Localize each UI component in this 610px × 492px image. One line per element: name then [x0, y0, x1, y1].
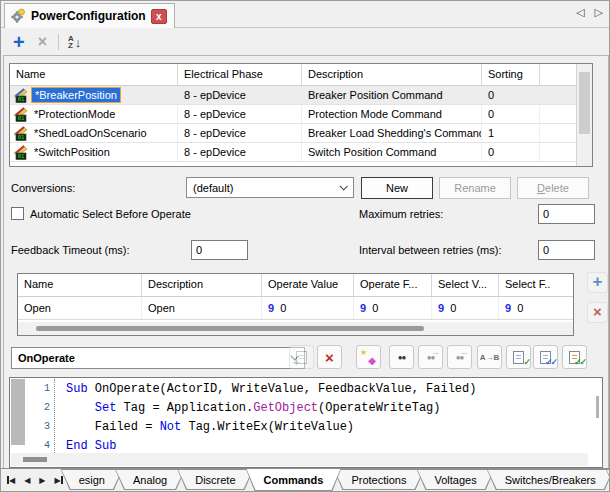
sort-button[interactable]: A Z ↓	[68, 35, 81, 50]
check-all-scripts-button[interactable]: ✓✓	[533, 345, 558, 369]
sort-z-glyph: Z	[68, 42, 74, 49]
values-header-select-feedback[interactable]: Select F..	[499, 274, 573, 296]
delete-script-icon: ×	[325, 349, 334, 366]
tab-scroll-right-button[interactable]: ▷	[595, 6, 603, 19]
sort-arrow-icon: ↓	[75, 35, 82, 50]
horizontal-scrollbar[interactable]	[18, 322, 573, 335]
tag-icon: 01	[12, 87, 29, 103]
numeric-type-icon: 9	[505, 302, 511, 314]
sheet-tab-switches-breakers[interactable]: Switches/Breakers	[487, 469, 610, 490]
close-icon[interactable]: x	[151, 9, 167, 24]
feedback-timeout-input[interactable]	[191, 240, 248, 260]
code-line: End Sub	[66, 439, 116, 453]
new-conversion-button[interactable]: New	[361, 177, 433, 199]
editor-vertical-scrollbar[interactable]	[596, 396, 599, 418]
check-script-icon	[513, 351, 524, 364]
script-editor[interactable]: 1 2 3 4 Sub OnOperate(ActorID, WriteValu…	[9, 377, 603, 468]
sheet-tab-protections[interactable]: Protections	[333, 469, 424, 490]
next-sheet-button[interactable]: ▶	[39, 476, 45, 485]
conversions-value: (default)	[193, 182, 233, 194]
interval-retries-input[interactable]	[538, 240, 595, 260]
column-header-sorting[interactable]: Sorting	[482, 64, 540, 85]
find-previous-button[interactable]: ●● ←	[447, 345, 472, 369]
table-row[interactable]: 01*BreakerPosition8 - epDeviceBreaker Po…	[10, 86, 592, 105]
table-row[interactable]: 01*ShedLoadOnScenario8 - epDeviceBreaker…	[10, 124, 592, 143]
feedback-timeout-label: Feedback Timeout (ms):	[11, 244, 130, 256]
last-sheet-button[interactable]: ▶	[54, 476, 62, 485]
find-button[interactable]: ●●	[389, 345, 414, 369]
auto-select-checkbox[interactable]	[11, 207, 24, 220]
column-header-name[interactable]: Name	[10, 64, 178, 85]
add-command-button[interactable]: +	[13, 33, 25, 51]
code-line: Failed = Not Tag.WriteEx(WriteValue)	[66, 420, 354, 434]
sheet-tab-design[interactable]: esign	[61, 469, 123, 490]
sheet-tab-discrete[interactable]: Discrete	[177, 469, 253, 490]
delete-script-button[interactable]: ×	[317, 345, 342, 369]
document-tab-strip: PowerConfiguration x ◁ ▷	[1, 1, 609, 28]
svg-text:01: 01	[18, 134, 25, 140]
line-number: 3	[26, 421, 50, 432]
sheet-tab-voltages[interactable]: Voltages	[416, 469, 494, 490]
svg-text:01: 01	[18, 96, 25, 102]
max-retries-label: Maximum retries:	[359, 208, 443, 220]
conversions-select[interactable]: (default)	[186, 177, 354, 198]
rename-conversion-button[interactable]: Rename	[439, 177, 511, 199]
values-header-operate-feedback[interactable]: Operate F...	[354, 274, 432, 296]
toolbar-separator	[58, 34, 59, 50]
max-retries-input[interactable]	[538, 204, 595, 224]
numeric-type-icon: 9	[438, 302, 444, 314]
numeric-type-icon: 9	[268, 302, 274, 314]
chevron-down-icon	[339, 182, 347, 190]
table-row[interactable]: 01*SwitchPosition8 - epDeviceSwitch Posi…	[10, 143, 592, 162]
document-tab[interactable]: PowerConfiguration x	[4, 3, 175, 28]
values-header-description[interactable]: Description	[142, 274, 262, 296]
line-number: 2	[26, 402, 50, 413]
new-script-button[interactable]: +	[289, 345, 314, 369]
replace-button[interactable]: A→B	[477, 345, 502, 369]
values-header-select-value[interactable]: Select V...	[432, 274, 499, 296]
editor-margin	[11, 379, 25, 445]
power-configuration-window: PowerConfiguration x ◁ ▷ + × A Z ↓ Name …	[0, 0, 610, 492]
tag-icon: 01	[12, 106, 29, 122]
next-arrow-icon: →	[431, 347, 440, 357]
values-header-name[interactable]: Name	[18, 274, 142, 296]
appbrowser-icon: ★	[360, 348, 367, 357]
conversions-label: Conversions:	[11, 182, 75, 194]
add-value-button[interactable]: +	[587, 272, 608, 293]
editor-horizontal-scrollbar[interactable]	[11, 453, 588, 466]
delete-command-button[interactable]: ×	[38, 33, 47, 51]
sheet-tab-bar: ◀ ◀ ▶ ▶ esign Analog Discrete Commands P…	[1, 468, 609, 491]
value-row[interactable]: Open Open 90 90 90 90	[18, 297, 573, 320]
vertical-scrollbar[interactable]	[576, 64, 592, 166]
line-number: 1	[26, 383, 50, 394]
sheet-tab-commands[interactable]: Commands	[246, 468, 342, 491]
sheet-tab-analog[interactable]: Analog	[115, 469, 185, 490]
column-header-electrical-phase[interactable]: Electrical Phase	[178, 64, 302, 85]
column-header-description[interactable]: Description	[302, 64, 482, 85]
command-values-table: Name Description Operate Value Operate F…	[17, 273, 574, 336]
code-line: Set Tag = Application.GetObject(OperateW…	[66, 401, 440, 415]
tag-icon: 01	[12, 125, 29, 141]
event-select[interactable]: OnOperate	[11, 347, 305, 369]
replace-icon: A→B	[480, 353, 500, 362]
prev-arrow-icon: ←	[460, 347, 469, 357]
table-row[interactable]: 01*ProtectionMode8 - epDeviceProtection …	[10, 105, 592, 124]
power-config-icon	[10, 8, 26, 24]
values-header-operate-value[interactable]: Operate Value	[262, 274, 354, 296]
check-project-button[interactable]: ✓✓	[562, 345, 587, 369]
svg-text:01: 01	[18, 153, 25, 159]
previous-sheet-button[interactable]: ◀	[24, 476, 30, 485]
main-toolbar: + × A Z ↓	[1, 29, 609, 55]
delete-conversion-button[interactable]: Delete	[517, 177, 589, 199]
code-line: Sub OnOperate(ActorID, WriteValue, Feedb…	[66, 382, 476, 396]
tab-scroll-left-button[interactable]: ◁	[576, 6, 584, 19]
auto-select-label: Automatic Select Before Operate	[30, 208, 191, 220]
document-tab-title: PowerConfiguration	[31, 9, 146, 23]
commands-table: Name Electrical Phase Description Sortin…	[9, 63, 593, 167]
first-sheet-button[interactable]: ◀	[7, 476, 15, 485]
check-script-button[interactable]: ✓	[506, 345, 531, 369]
find-next-button[interactable]: ●● →	[418, 345, 443, 369]
numeric-type-icon: 9	[360, 302, 366, 314]
appbrowser-button[interactable]: ★ ◆	[356, 345, 381, 369]
remove-value-button[interactable]: ×	[587, 302, 608, 323]
